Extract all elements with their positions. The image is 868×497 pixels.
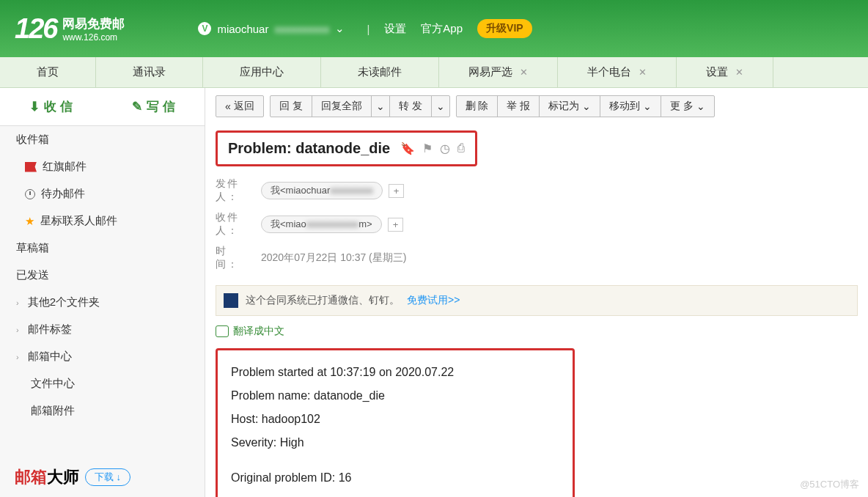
chevron-down-icon: ⌄ bbox=[582, 100, 591, 112]
receive-button[interactable]: ⬇收 信 bbox=[0, 98, 103, 115]
bookmark-icon[interactable]: 🔖 bbox=[400, 141, 415, 155]
download-icon: ⬇ bbox=[29, 99, 40, 114]
body-line: Problem started at 10:37:19 on 2020.07.2… bbox=[231, 361, 559, 384]
mark-button[interactable]: 标记为 ⌄ bbox=[539, 95, 600, 117]
sidebar-item-otherfolders[interactable]: ›其他2个文件夹 bbox=[0, 289, 205, 316]
forward-button[interactable]: 转 发 bbox=[389, 95, 432, 117]
reply-all-button[interactable]: 回复全部 bbox=[312, 95, 372, 117]
print-icon[interactable]: ⎙ bbox=[457, 141, 465, 155]
clock-icon bbox=[25, 189, 35, 199]
flag-icon[interactable]: ⚑ bbox=[422, 141, 433, 155]
tab-settings[interactable]: 设置✕ bbox=[677, 57, 773, 87]
body-line: Original problem ID: 16 bbox=[231, 466, 559, 490]
move-button[interactable]: 移动到 ⌄ bbox=[600, 95, 661, 117]
v-badge-icon: V bbox=[198, 22, 211, 35]
mailbox-master-ad[interactable]: 邮箱大师 下载 ↓ bbox=[15, 466, 130, 488]
header: 126 网易免费邮 www.126.com V miaochuar xxxxxx… bbox=[0, 0, 868, 57]
report-button[interactable]: 举 报 bbox=[497, 95, 540, 117]
sidebar-item-tags[interactable]: ›邮件标签 bbox=[0, 316, 205, 343]
add-contact-button[interactable]: + bbox=[389, 184, 405, 198]
forward-dropdown[interactable]: ⌄ bbox=[431, 95, 450, 117]
watermark: @51CTO博客 bbox=[800, 478, 859, 491]
chevron-down-icon: ⌄ bbox=[376, 100, 385, 112]
sidebar-item-attachments[interactable]: 邮箱附件 bbox=[0, 397, 205, 424]
user-info[interactable]: V miaochuar xxxxxxxxxx ⌄ bbox=[198, 22, 345, 35]
reply-dropdown[interactable]: ⌄ bbox=[371, 95, 390, 117]
promo-banner: 这个合同系统已打通微信、钉钉。 免费试用>> bbox=[216, 285, 858, 316]
chevron-down-icon: ⌄ bbox=[335, 22, 345, 35]
logo: 126 bbox=[15, 13, 56, 45]
tab-contacts[interactable]: 通讯录 bbox=[96, 57, 203, 87]
delete-button[interactable]: 删 除 bbox=[456, 95, 499, 117]
sidebar-item-pending[interactable]: 待办邮件 bbox=[0, 180, 205, 207]
chevron-down-icon: ⌄ bbox=[696, 100, 705, 112]
body-line: Problem name: datanode_die bbox=[231, 384, 559, 408]
tab-home[interactable]: 首页 bbox=[0, 57, 96, 87]
tab-yanxuan[interactable]: 网易严选✕ bbox=[439, 57, 558, 87]
to-chip[interactable]: 我<miaoxxxxxxxxxxxm> bbox=[261, 216, 382, 233]
mail-time: 2020年07月22日 10:37 (星期三) bbox=[261, 251, 406, 265]
app-link[interactable]: 官方App bbox=[421, 22, 463, 36]
body-line: Severity: High bbox=[231, 431, 559, 454]
settings-link[interactable]: 设置 bbox=[384, 22, 406, 36]
mail-subject: Problem: datanode_die bbox=[228, 140, 390, 157]
sidebar-item-sent[interactable]: 已发送 bbox=[0, 262, 205, 289]
chevron-right-icon: › bbox=[16, 298, 19, 307]
toolbar: «返回 回 复 回复全部 ⌄ 转 发 ⌄ 删 除 举 报 标记为 ⌄ 移动到 ⌄… bbox=[216, 95, 858, 117]
double-chevron-left-icon: « bbox=[225, 100, 231, 112]
flag-icon bbox=[25, 162, 37, 172]
compose-button[interactable]: ✎写 信 bbox=[103, 98, 205, 115]
add-contact-button[interactable]: + bbox=[388, 218, 404, 232]
translate-button[interactable]: 翻译成中文 bbox=[216, 325, 858, 338]
tab-radio[interactable]: 半个电台✕ bbox=[558, 57, 677, 87]
sidebar-item-starred[interactable]: ★星标联系人邮件 bbox=[0, 207, 205, 235]
mail-body-highlight-box: Problem started at 10:37:19 on 2020.07.2… bbox=[216, 348, 575, 497]
tab-bar: 首页 通讯录 应用中心 未读邮件 网易严选✕ 半个电台✕ 设置✕ bbox=[0, 57, 868, 88]
to-label: 收件人： bbox=[216, 211, 255, 238]
upgrade-vip-button[interactable]: 升级VIP bbox=[477, 19, 532, 38]
more-button[interactable]: 更 多 ⌄ bbox=[661, 95, 715, 117]
logo-subtitle: 网易免费邮 www.126.com bbox=[62, 15, 125, 43]
mail-content: «返回 回 复 回复全部 ⌄ 转 发 ⌄ 删 除 举 报 标记为 ⌄ 移动到 ⌄… bbox=[205, 88, 868, 497]
star-icon: ★ bbox=[25, 215, 34, 228]
promo-link[interactable]: 免费试用>> bbox=[407, 294, 460, 307]
clock-icon[interactable]: ◷ bbox=[440, 141, 450, 155]
download-button[interactable]: 下载 ↓ bbox=[85, 468, 130, 486]
reply-button[interactable]: 回 复 bbox=[270, 95, 312, 117]
sidebar: ⬇收 信 ✎写 信 收件箱 红旗邮件 待办邮件 ★星标联系人邮件 草稿箱 已发送… bbox=[0, 88, 205, 497]
promo-icon bbox=[224, 293, 238, 308]
sidebar-item-mailcenter[interactable]: ›邮箱中心 bbox=[0, 343, 205, 370]
back-button[interactable]: «返回 bbox=[216, 95, 264, 117]
sidebar-item-filecenter[interactable]: 文件中心 bbox=[0, 370, 205, 397]
chevron-down-icon: ⌄ bbox=[436, 100, 445, 112]
chevron-right-icon: › bbox=[16, 353, 19, 361]
sidebar-item-inbox[interactable]: 收件箱 bbox=[0, 126, 205, 153]
tab-unread[interactable]: 未读邮件 bbox=[321, 57, 439, 87]
close-icon[interactable]: ✕ bbox=[520, 67, 528, 78]
sidebar-item-drafts[interactable]: 草稿箱 bbox=[0, 235, 205, 262]
mail-meta: 发件人： 我<miaochuarxxxxxxxxx + 收件人： 我<miaox… bbox=[216, 174, 858, 275]
edit-icon: ✎ bbox=[132, 99, 142, 114]
body-line: Host: hadoop102 bbox=[231, 408, 559, 431]
close-icon[interactable]: ✕ bbox=[735, 67, 743, 78]
translate-icon bbox=[216, 325, 229, 337]
tab-appcenter[interactable]: 应用中心 bbox=[203, 57, 321, 87]
from-label: 发件人： bbox=[216, 177, 255, 204]
chevron-right-icon: › bbox=[16, 325, 19, 334]
from-chip[interactable]: 我<miaochuarxxxxxxxxx bbox=[261, 182, 383, 199]
subject-highlight-box: Problem: datanode_die 🔖 ⚑ ◷ ⎙ bbox=[216, 130, 477, 166]
time-label: 时 间： bbox=[216, 245, 255, 271]
sidebar-item-redflag[interactable]: 红旗邮件 bbox=[0, 153, 205, 180]
chevron-down-icon: ⌄ bbox=[643, 100, 652, 112]
header-links: | 设置 官方App 升级VIP bbox=[367, 19, 532, 38]
close-icon[interactable]: ✕ bbox=[639, 67, 647, 78]
